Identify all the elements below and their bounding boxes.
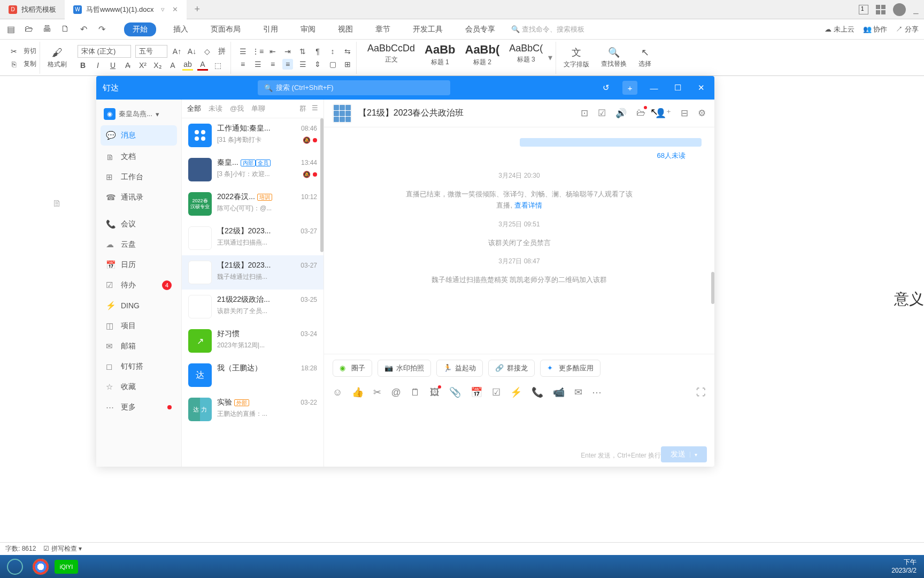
style-h1[interactable]: AaBb标题 1 xyxy=(420,42,459,74)
show-marks-icon[interactable]: ¶ xyxy=(312,46,323,57)
more-tools-icon[interactable]: ⋯ xyxy=(592,386,602,398)
qapp-circle[interactable]: ◉圈子 xyxy=(333,360,372,377)
conversation-item[interactable]: 2022春汉硕专业2022春汉... 培训10:12陈可心(可可)：@... xyxy=(182,187,324,221)
strike-icon[interactable]: A̶ xyxy=(122,60,133,71)
find-replace[interactable]: 🔍查找替换 xyxy=(597,42,631,74)
search-chat-icon[interactable]: ⊟ xyxy=(681,108,688,119)
overflow-icon[interactable]: ⎯ xyxy=(913,5,919,14)
qapp-yiqidong[interactable]: 🏃益起动 xyxy=(436,360,483,377)
taskbar-chrome[interactable] xyxy=(28,556,53,577)
minimize-icon[interactable]: — xyxy=(647,81,661,95)
tab-member[interactable]: 会员专享 xyxy=(460,22,500,36)
bullets-icon[interactable]: ☰ xyxy=(237,46,248,57)
bolt-icon[interactable]: ⚡ xyxy=(510,386,522,398)
conversation-item[interactable]: ↗好习惯 03-242023年第12周|... xyxy=(182,324,324,358)
align-center-icon[interactable]: ☰ xyxy=(252,59,263,70)
conversation-item[interactable]: 21级22级政治... 03-25该群关闭了全员... xyxy=(182,290,324,324)
checkbox-icon[interactable]: ☑ xyxy=(492,386,500,398)
qapp-jielong[interactable]: 🔗群接龙 xyxy=(488,360,535,377)
nav-dingda[interactable]: ◻钉钉搭 xyxy=(96,356,181,377)
mention-icon[interactable]: @ xyxy=(391,387,401,398)
nav-docs[interactable]: 🗎文档 xyxy=(96,147,181,167)
tab-templates[interactable]: D 找稻壳模板 xyxy=(0,0,65,19)
conversation-item[interactable]: 秦皇... 内部全员13:44[3 条]小钉：欢迎...🔕 xyxy=(182,153,324,187)
line-spacing-icon[interactable]: ↕ xyxy=(327,46,338,57)
tab-ref[interactable]: 引用 xyxy=(258,22,283,36)
italic-icon[interactable]: I xyxy=(93,60,103,71)
nav-contacts[interactable]: ☎通讯录 xyxy=(96,187,181,208)
copy-icon[interactable]: ⎘ xyxy=(9,59,19,70)
qapp-watermark[interactable]: 📷水印拍照 xyxy=(378,360,431,377)
chat-input-area[interactable]: Enter 发送，Ctrl+Enter 换行 发送▾ xyxy=(324,402,714,467)
nav-drive[interactable]: ☁云盘 xyxy=(96,234,181,255)
close-icon[interactable]: ✕ xyxy=(172,5,178,13)
cloud-status[interactable]: ☁ 未上云 xyxy=(825,25,854,34)
nav-workbench[interactable]: ⊞工作台 xyxy=(96,167,181,187)
conv-tab-single[interactable]: 单聊 xyxy=(251,104,265,113)
align-left-icon[interactable]: ≡ xyxy=(237,59,248,70)
open-icon[interactable]: 🗁 xyxy=(24,24,34,34)
maximize-icon[interactable]: ☐ xyxy=(671,81,684,95)
save-icon[interactable]: ▤ xyxy=(5,24,16,34)
style-h3[interactable]: AaBbC(标题 3 xyxy=(505,42,547,74)
conversation-item[interactable]: 【21级】2023... 03-27魏子雄通过扫描... xyxy=(182,255,324,290)
text-layout[interactable]: 文文字排版 xyxy=(559,42,594,74)
align-dist-icon[interactable]: ☰ xyxy=(297,59,308,70)
nav-messages[interactable]: 💬消息 xyxy=(101,125,177,146)
send-options-icon[interactable]: ▾ xyxy=(690,452,697,458)
styles-more-icon[interactable]: ▾ xyxy=(548,52,552,63)
tab-icon[interactable]: ⇆ xyxy=(342,46,353,57)
undo-icon[interactable]: ↶ xyxy=(78,24,89,34)
video-rec-icon[interactable]: 📹 xyxy=(553,386,565,398)
folder-icon[interactable]: 🗁 xyxy=(636,108,645,119)
video-icon[interactable]: ⊡ xyxy=(581,108,588,119)
nav-meeting[interactable]: 📞会议 xyxy=(96,214,181,234)
align-right-icon[interactable]: ≡ xyxy=(267,59,278,70)
conversation-item[interactable]: 工作通知:秦皇... 08:46[31 条]考勤打卡🔕 xyxy=(182,118,324,153)
tab-dev[interactable]: 开发工具 xyxy=(407,22,448,36)
conversation-item[interactable]: 【22级】2023... 03-27王琪通过扫描燕... xyxy=(182,221,324,255)
tab-document[interactable]: W 马哲wwww(1)(1).docx ▿ ✕ xyxy=(65,0,187,19)
shading-icon[interactable]: ▢ xyxy=(327,59,338,70)
align-justify-icon[interactable]: ≡ xyxy=(282,59,293,70)
nav-todo[interactable]: ☑待办4 xyxy=(96,275,181,295)
message-bubble[interactable] xyxy=(520,138,702,147)
command-search[interactable]: 🔍 查找命令、搜索模板 xyxy=(511,25,607,34)
scrollbar[interactable] xyxy=(320,118,324,252)
task-icon[interactable]: ☑ xyxy=(598,108,606,119)
org-selector[interactable]: ◉ 秦皇岛燕... ▾ xyxy=(96,104,181,124)
taskbar-iqiyi[interactable]: iQIYI xyxy=(53,556,79,577)
highlight-icon[interactable]: ab xyxy=(182,60,193,71)
taskbar-clock[interactable]: 下午 2023/3/2 xyxy=(886,558,922,575)
taskbar-edge[interactable] xyxy=(2,556,28,577)
group-avatar[interactable] xyxy=(333,104,352,123)
nav-more[interactable]: ⋯更多 xyxy=(96,397,181,417)
tab-layout[interactable]: 页面布局 xyxy=(205,22,246,36)
preview-icon[interactable]: 🗋 xyxy=(60,24,71,34)
font-selector[interactable]: 宋体 (正文) xyxy=(78,45,131,58)
note-icon[interactable]: 🗒 xyxy=(411,387,420,398)
apps-icon[interactable] xyxy=(876,5,886,14)
file-icon[interactable]: 📎 xyxy=(449,386,461,398)
nav-ding[interactable]: ⚡DING xyxy=(96,295,181,316)
clear-format-icon[interactable]: ◇ xyxy=(202,46,212,57)
nav-calendar[interactable]: 📅日历 xyxy=(96,255,181,275)
scrollbar[interactable] xyxy=(711,272,714,304)
tab-view[interactable]: 视图 xyxy=(333,22,358,36)
tab-review[interactable]: 审阅 xyxy=(295,22,321,36)
subscript-icon[interactable]: X₂ xyxy=(152,60,163,71)
numbering-icon[interactable]: ⋮≡ xyxy=(252,46,263,57)
expand-icon[interactable]: ⛶ xyxy=(696,387,706,398)
text-effect-icon[interactable]: A xyxy=(167,60,178,71)
format-painter[interactable]: 🖌 格式刷 xyxy=(43,42,71,74)
conv-tab-unread[interactable]: 未读 xyxy=(209,104,222,113)
calendar-add-icon[interactable]: 📅 xyxy=(471,386,482,398)
doc-sidebar-icon[interactable]: 🗎 xyxy=(52,198,62,209)
grow-font-icon[interactable]: A↑ xyxy=(172,46,182,57)
view-mode-icon[interactable]: 1 xyxy=(859,5,868,14)
call-icon[interactable]: 📞 xyxy=(532,386,543,398)
speaker-icon[interactable]: 🔊 xyxy=(615,108,627,119)
list-menu-icon[interactable]: ☰ xyxy=(312,104,318,113)
chat-search[interactable]: 🔍 搜索 (Ctrl+Shift+F) xyxy=(258,80,450,95)
redo-icon[interactable]: ↷ xyxy=(96,24,107,34)
